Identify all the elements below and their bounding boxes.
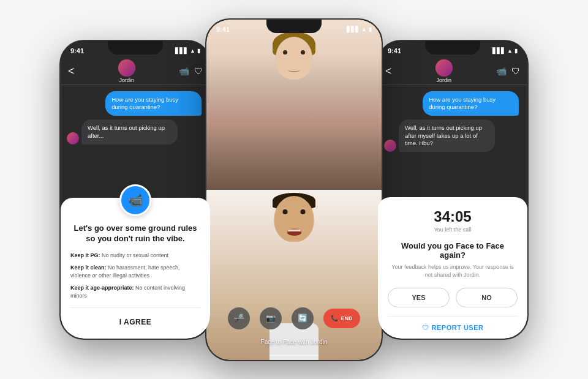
- nav-icons-3: 📹 🛡: [496, 66, 520, 76]
- agree-button[interactable]: I AGREE: [70, 315, 200, 329]
- person-face-top: [276, 37, 312, 80]
- ground-rules-modal: 📹 Let's go over some ground rules so you…: [61, 198, 210, 339]
- nav-name-3: Jordin: [436, 77, 451, 83]
- nav-icons-1: 📹 🛡: [179, 66, 203, 76]
- wifi-icon-1: ▲: [190, 48, 195, 54]
- phones-container: 9:41 ▋▋▋ ▲ ▮ < Jordin 📹 🛡: [0, 0, 588, 379]
- rule-clean: Keep it clean: No harassment, hate speec…: [70, 264, 200, 279]
- avatar-img-3: [435, 59, 453, 77]
- msg-avatar-1: [67, 132, 79, 144]
- feedback-title: Would you go Face to Face again?: [388, 241, 518, 260]
- nav-bar-3: < Jordin 📹 🛡: [378, 58, 527, 85]
- report-user-row[interactable]: 🛡 REPORT USER: [388, 324, 518, 331]
- rule-pg-text: No nudity or sexual content: [102, 252, 168, 258]
- video-top-person: [206, 20, 382, 197]
- msg-row-3: Well, as it turns out picking up after m…: [384, 119, 521, 152]
- msg-sent-1: How are you staying busy during quaranti…: [105, 91, 202, 116]
- msg-row-1: Well, as it turns out picking up after..…: [67, 119, 204, 144]
- video-controls: 🎤 📷 🔄 📞 END: [206, 307, 382, 329]
- back-button-3[interactable]: <: [385, 65, 392, 78]
- signal-icon-3: ▋▋▋: [492, 48, 505, 54]
- rule-age: Keep it age-appropriate: No content invo…: [70, 284, 200, 299]
- more-icon-1[interactable]: 🛡: [194, 66, 203, 76]
- phone-1-screen: 9:41 ▋▋▋ ▲ ▮ < Jordin 📹 🛡: [61, 41, 210, 339]
- nav-center-3: Jordin: [435, 59, 453, 83]
- status-icons-2: ▋▋▋ ▲ ▮: [347, 26, 372, 32]
- video-label: Face to Face with Jordin: [206, 339, 382, 345]
- call-subtitle: You left the call: [388, 227, 518, 233]
- msg-received-3: Well, as it turns out picking up after m…: [399, 119, 495, 152]
- nav-avatar-3: [435, 59, 453, 77]
- call-time: 34:05: [388, 208, 518, 225]
- video-bottom-person: [206, 190, 382, 360]
- nav-bar-1: < Jordin 📹 🛡: [61, 58, 210, 85]
- wifi-icon-2: ▲: [361, 26, 367, 32]
- yes-no-row: YES NO: [388, 288, 518, 307]
- video-call-icon-3[interactable]: 📹: [496, 66, 507, 76]
- status-icons-1: ▋▋▋ ▲ ▮: [175, 48, 200, 54]
- notch-2: [266, 20, 322, 33]
- video-icon-circle: 📹: [119, 184, 151, 216]
- notch-3: [425, 41, 480, 54]
- report-user-label[interactable]: REPORT USER: [432, 324, 484, 331]
- battery-icon-1: ▮: [197, 48, 200, 54]
- modal-divider-3: [388, 316, 518, 317]
- mute-button[interactable]: 🎤: [228, 307, 250, 329]
- rule-age-label: Keep it age-appropriate:: [70, 285, 134, 291]
- video-off-button[interactable]: 📷: [260, 307, 282, 329]
- phone-2-screen: 9:41 ▋▋▋ ▲ ▮: [206, 20, 382, 360]
- rule-pg-label: Keep it PG:: [70, 252, 100, 258]
- phone-3: 9:41 ▋▋▋ ▲ ▮ < Jordin 📹 🛡: [377, 40, 529, 340]
- flip-icon: 🔄: [298, 313, 307, 323]
- video-screen: 🎤 📷 🔄 📞 END Face to Face with Jordin: [206, 20, 382, 360]
- avatar-img-1: [118, 59, 135, 77]
- msg-sent-3: How are you staying busy during quaranti…: [423, 91, 519, 116]
- rule-pg: Keep it PG: No nudity or sexual content: [70, 252, 200, 260]
- video-bottom-bg: [206, 190, 382, 360]
- video-off-icon: 📷: [266, 313, 276, 323]
- person-face-bottom: [274, 196, 314, 242]
- no-button[interactable]: NO: [456, 288, 518, 307]
- status-icons-3: ▋▋▋ ▲ ▮: [492, 48, 518, 54]
- more-icon-3[interactable]: 🛡: [511, 66, 520, 76]
- time-3: 9:41: [388, 47, 401, 54]
- msg-received-1: Well, as it turns out picking up after..…: [81, 119, 178, 144]
- rule-clean-label: Keep it clean:: [70, 265, 107, 271]
- battery-icon-3: ▮: [514, 48, 518, 54]
- person-top-background: [206, 20, 382, 197]
- notch-1: [108, 41, 163, 54]
- phone-icon: 📞: [331, 315, 338, 321]
- post-call-modal: 34:05 You left the call Would you go Fac…: [378, 197, 527, 338]
- video-call-icon-1[interactable]: 📹: [179, 66, 189, 76]
- battery-icon-2: ▮: [369, 26, 372, 32]
- nav-name-1: Jordin: [119, 77, 134, 83]
- video-camera-icon: 📹: [128, 193, 143, 208]
- end-label: END: [341, 315, 352, 321]
- wifi-icon-3: ▲: [507, 48, 513, 54]
- ground-rules-title: Let's go over some ground rules so you d…: [70, 223, 200, 244]
- end-call-button[interactable]: 📞 END: [323, 309, 360, 328]
- signal-icon-1: ▋▋▋: [175, 48, 188, 54]
- signal-icon-2: ▋▋▋: [347, 26, 360, 32]
- phone-3-screen: 9:41 ▋▋▋ ▲ ▮ < Jordin 📹 🛡: [378, 41, 527, 339]
- time-2: 9:41: [216, 26, 230, 33]
- phone-2: 9:41 ▋▋▋ ▲ ▮: [205, 18, 383, 361]
- feedback-desc: Your feedback helps us improve. Your res…: [388, 263, 518, 279]
- flip-button[interactable]: 🔄: [292, 307, 314, 329]
- home-indicator-2: [270, 355, 318, 356]
- back-button-1[interactable]: <: [68, 65, 75, 78]
- nav-center-1: Jordin: [118, 59, 135, 83]
- msg-avatar-3: [384, 140, 396, 152]
- phone-1: 9:41 ▋▋▋ ▲ ▮ < Jordin 📹 🛡: [59, 40, 211, 340]
- shield-icon: 🛡: [422, 324, 429, 331]
- yes-button[interactable]: YES: [388, 288, 450, 307]
- time-1: 9:41: [70, 47, 84, 54]
- modal-divider-1: [70, 307, 200, 308]
- nav-avatar-1: [118, 59, 135, 77]
- mute-icon: 🎤: [234, 313, 244, 323]
